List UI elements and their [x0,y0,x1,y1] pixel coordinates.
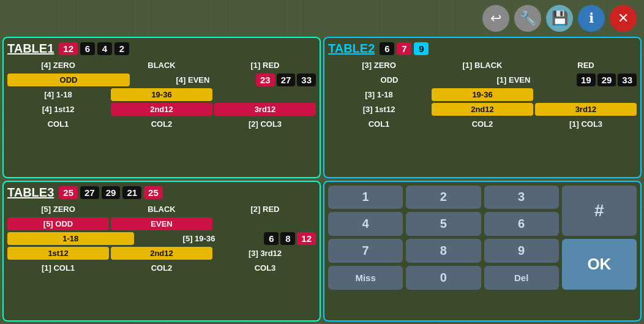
table1-1-18[interactable]: [4] 1-18 [7,88,109,101]
table3-even[interactable]: EVEN [111,217,212,230]
table3-col3[interactable]: COL3 [214,262,316,274]
table2-row-4: [3] 1st12 2nd12 3rd12 [328,103,637,116]
table2-num-33: 33 [618,73,637,86]
table2-col3[interactable]: [1] COL3 [535,118,637,130]
table1-black[interactable]: BLACK [111,59,212,72]
table3-19-36[interactable]: [5] 19-36 [136,232,263,245]
table2-title: TABLE2 [328,42,375,56]
table1-red[interactable]: [1] RED [214,59,316,72]
table3-badge-3: 21 [122,186,141,199]
toolbar: ↩ 🔧 💾 ℹ ✕ [475,0,644,37]
numpad-1[interactable]: 1 [328,186,403,209]
table3-red[interactable]: [2] RED [214,203,316,216]
table3-1-18[interactable]: 1-18 [7,232,134,245]
table2-2nd12[interactable]: 2nd12 [432,103,533,116]
table1-2nd12[interactable]: 2nd12 [111,103,212,116]
close-button[interactable]: ✕ [610,5,637,32]
table1-col2[interactable]: COL2 [111,118,212,130]
table2-num-29: 29 [597,73,616,86]
numpad-0[interactable]: 0 [406,266,481,290]
table3-black[interactable]: BLACK [111,203,212,216]
numpad-4[interactable]: 4 [328,212,403,236]
table1-num-27: 27 [277,73,296,86]
table2-row-3: [3] 1-18 19-36 [328,88,637,101]
save-button[interactable]: 💾 [546,5,573,32]
table3-2nd12[interactable]: 2nd12 [111,247,212,260]
table1-panel: TABLE1 12 6 4 2 [4] ZERO BLACK [1] RED O… [2,37,321,178]
table1-badge-2: 4 [97,42,112,55]
table2-odd[interactable]: ODD [328,73,451,86]
table3-badge-2: 29 [102,186,121,199]
table1-3rd12[interactable]: 3rd12 [214,103,316,116]
table2-col2[interactable]: COL2 [432,118,533,130]
table2-col1[interactable]: COL1 [328,118,430,130]
numpad-9[interactable]: 9 [484,239,559,263]
table1-row-3: [4] 1-18 19-36 [7,88,316,101]
numpad-5[interactable]: 5 [406,212,481,236]
info-button[interactable]: ℹ [578,5,605,32]
table3-panel: TABLE3 25 27 29 21 25 [5] ZERO BLACK [2]… [2,181,321,322]
table3-3rd12[interactable]: [3] 3rd12 [214,247,316,260]
table3-empty-2 [214,222,316,225]
table3-odd[interactable]: [5] ODD [7,217,109,230]
table1-badge-3: 2 [114,42,129,55]
table1-19-36[interactable]: 19-36 [111,88,212,101]
table2-badge-2: 9 [414,42,429,55]
table1-badge-0: 12 [59,42,78,55]
numpad-7[interactable]: 7 [328,239,403,263]
table2-red[interactable]: RED [535,59,637,72]
table2-zero[interactable]: [3] ZERO [328,59,430,72]
table3-num-12: 12 [297,232,316,245]
table1-num-33: 33 [297,73,316,86]
table2-1-18[interactable]: [3] 1-18 [328,88,430,101]
table3-num-6: 6 [264,232,279,245]
numpad-2[interactable]: 2 [406,186,481,209]
table3-badge-1: 27 [80,186,99,199]
table2-3rd12[interactable]: 3rd12 [535,103,637,116]
table3-1st12[interactable]: 1st12 [7,247,109,260]
table3-col2[interactable]: COL2 [111,262,212,274]
table3-row-4: 1st12 2nd12 [3] 3rd12 [7,247,316,260]
table1-header: TABLE1 12 6 4 2 [7,42,316,56]
table2-black[interactable]: [1] BLACK [432,59,533,72]
table2-row-1: [3] ZERO [1] BLACK RED [328,59,637,72]
table1-1st12[interactable]: [4] 1st12 [7,103,109,116]
table1-even[interactable]: [4] EVEN [132,73,254,86]
numpad-hash[interactable]: # [562,186,637,236]
table1-col1[interactable]: COL1 [7,118,109,130]
table1-title: TABLE1 [7,42,54,56]
table2-num-19: 19 [577,73,596,86]
table2-empty-1 [535,93,637,97]
numpad-del[interactable]: Del [484,266,559,290]
table2-header: TABLE2 6 7 9 [328,42,637,56]
table3-zero[interactable]: [5] ZERO [7,203,109,216]
table2-badge-1: 7 [397,42,411,55]
numpad-ok[interactable]: OK [562,239,637,290]
table1-col3[interactable]: [2] COL3 [214,118,316,130]
table1-empty-1 [214,93,316,97]
settings-button[interactable]: 🔧 [514,5,541,32]
table1-odd[interactable]: ODD [7,73,130,86]
numpad-6[interactable]: 6 [484,212,559,236]
table3-row-5: [1] COL1 COL2 COL3 [7,262,316,274]
table3-num-8: 8 [280,232,295,245]
table2-19-36[interactable]: 19-36 [432,88,533,101]
table2-badge-0: 6 [380,42,394,55]
table1-zero[interactable]: [4] ZERO [7,59,109,72]
table3-badge-4: 25 [144,186,163,199]
table1-row-5: COL1 COL2 [2] COL3 [7,118,316,130]
table3-col1[interactable]: [1] COL1 [7,262,109,274]
numpad-3[interactable]: 3 [484,186,559,209]
back-button[interactable]: ↩ [482,5,509,32]
table1-row-2: ODD [4] EVEN 23 27 33 [7,73,316,86]
table3-badge-0: 25 [59,186,78,199]
numpad-miss[interactable]: Miss [328,266,403,290]
table1-row-4: [4] 1st12 2nd12 3rd12 [7,103,316,116]
table3-row-1: [5] ZERO BLACK [2] RED [7,203,316,216]
table2-1st12[interactable]: [3] 1st12 [328,103,430,116]
table2-row-2: ODD [1] EVEN 19 29 33 [328,73,637,86]
numpad-8[interactable]: 8 [406,239,481,263]
table1-badge-1: 6 [80,42,95,55]
table2-even[interactable]: [1] EVEN [452,73,575,86]
table3-title: TABLE3 [7,186,54,200]
